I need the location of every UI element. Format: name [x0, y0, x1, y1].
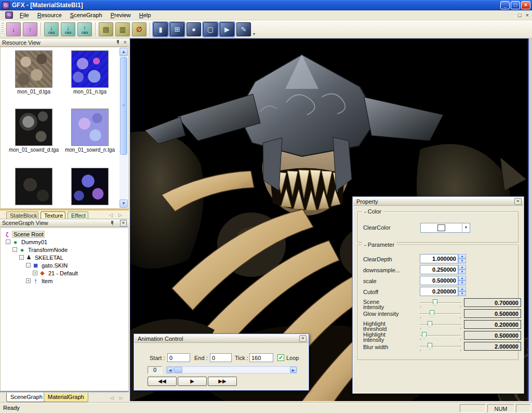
spin-down-icon[interactable]: ▼ — [458, 259, 466, 263]
tab-nav-right-icon[interactable]: ▷ — [119, 395, 123, 401]
tab-nav-right-icon[interactable]: ▷ — [118, 212, 122, 218]
scene-intensity-slider[interactable] — [420, 299, 461, 307]
menu-preview[interactable]: Preview — [107, 11, 135, 19]
timeline-scrollbar[interactable]: ◀ ▶ — [166, 366, 297, 374]
texture-item[interactable] — [63, 168, 117, 205]
spin-down-icon[interactable]: ▼ — [458, 281, 466, 285]
pin-icon[interactable] — [110, 220, 115, 226]
close-button[interactable]: × — [521, 1, 530, 9]
mdi-close-button[interactable]: × — [526, 12, 529, 18]
downsample-spinner[interactable]: 0.250000 ▲▼ — [420, 265, 466, 274]
cb3-save-button[interactable]: ↑CB3 — [77, 22, 92, 36]
resource-doc-list-button[interactable]: ▥ — [115, 22, 130, 36]
view-plane-button[interactable]: ▢ — [203, 22, 218, 36]
highlight-threshold-slider[interactable] — [420, 321, 461, 328]
collapse-icon[interactable]: - — [26, 263, 31, 268]
texture-item[interactable] — [7, 168, 61, 205]
view-stateblock-button[interactable]: ▮ — [153, 22, 168, 36]
loop-checkbox[interactable]: ✓ — [277, 354, 284, 361]
slider-thumb[interactable] — [422, 332, 427, 339]
view-pen-button[interactable]: ✎ — [236, 22, 251, 36]
cutoff-spinner[interactable]: 0.200000 ▲▼ — [420, 287, 466, 296]
tree-node-transformnode[interactable]: - ● TransformNode — [1, 246, 128, 254]
texture-item[interactable]: mon_01_sowrd_n.tga — [63, 109, 117, 153]
toolbar-overflow-button[interactable]: ▾ — [253, 32, 255, 38]
cleardepth-spinner[interactable]: 1.000000 ▲▼ — [420, 254, 466, 263]
property-close-button[interactable]: × — [514, 198, 522, 205]
minimize-button[interactable]: _ — [500, 1, 510, 9]
menu-file[interactable]: File — [16, 11, 33, 19]
texture-thumbnail[interactable] — [71, 168, 109, 205]
tab-scenegraph[interactable]: SceneGraph — [6, 393, 47, 402]
spin-up-icon[interactable]: ▲ — [458, 287, 466, 291]
texture-thumbnail[interactable] — [15, 168, 52, 205]
spin-up-icon[interactable]: ▲ — [458, 254, 466, 259]
end-input[interactable]: 0 — [210, 353, 232, 362]
slider-thumb[interactable] — [428, 343, 432, 350]
cb3-open-button[interactable]: ↓CB3 — [44, 22, 59, 36]
slider-thumb[interactable] — [428, 321, 432, 328]
resource-disable-button[interactable]: ∅ — [132, 22, 147, 36]
texture-thumbnail[interactable] — [15, 109, 52, 146]
expand-icon[interactable]: + — [26, 278, 31, 283]
collapse-icon[interactable]: - — [12, 247, 17, 252]
scroll-up-icon[interactable]: ▲ — [119, 48, 128, 56]
texture-item[interactable]: mon_01_n.tga — [63, 50, 117, 95]
scroll-left-icon[interactable]: ◀ — [167, 367, 174, 373]
play-button[interactable]: ▶ — [178, 377, 207, 386]
expand-icon[interactable]: + — [33, 271, 37, 275]
animation-close-button[interactable]: × — [299, 335, 307, 342]
export-resource-button[interactable]: ↑ — [23, 22, 37, 36]
chevron-down-icon[interactable]: ▼ — [462, 223, 470, 232]
view-play-button[interactable]: ▶ — [220, 22, 234, 36]
tab-nav-left-icon[interactable]: ◁ — [110, 395, 114, 401]
menu-help[interactable]: Help — [135, 11, 155, 19]
texture-item[interactable]: mon_01_sowrd_d.tga — [7, 109, 61, 153]
tree-node-skeletal[interactable]: - ♟ SKELETAL — [1, 254, 128, 261]
spin-up-icon[interactable]: ▲ — [458, 265, 466, 270]
import-resource-button[interactable]: ↓ — [6, 22, 21, 36]
cb3-merge-button[interactable]: ↓CB3 — [61, 22, 75, 36]
clearcolor-dropdown[interactable]: ▼ — [420, 223, 470, 233]
blur-width-slider[interactable] — [420, 343, 461, 350]
slider-thumb[interactable] — [433, 299, 437, 306]
menu-scenegraph[interactable]: SceneGraph — [66, 11, 107, 19]
scroll-right-icon[interactable]: ▶ — [290, 367, 297, 373]
spin-down-icon[interactable]: ▼ — [458, 291, 466, 296]
scale-spinner[interactable]: 0.500000 ▲▼ — [420, 276, 466, 285]
scrollbar-thumb[interactable] — [120, 57, 127, 155]
texture-thumbnail[interactable] — [71, 109, 109, 146]
viewport-scroll-strip[interactable] — [528, 38, 532, 401]
texture-thumbnail[interactable] — [71, 50, 109, 88]
collapse-icon[interactable]: - — [19, 255, 24, 260]
spin-up-icon[interactable]: ▲ — [458, 276, 466, 281]
spin-down-icon[interactable]: ▼ — [458, 270, 466, 274]
view-sphere-button[interactable]: ● — [187, 22, 201, 36]
menu-resource[interactable]: Resource — [33, 11, 66, 19]
rewind-button[interactable]: ◀◀ — [148, 377, 177, 386]
animation-title-bar[interactable]: Animation Control × — [135, 335, 308, 343]
tree-node-dummy01[interactable]: - ● Dummy01 — [1, 238, 128, 246]
tree-node-21-default[interactable]: + ◆ 21 - Default — [1, 269, 128, 277]
tab-nav-left-icon[interactable]: ◁ — [109, 212, 113, 218]
view-hierarchy-button[interactable]: ⊞ — [170, 22, 184, 36]
collapse-icon[interactable]: - — [6, 239, 10, 244]
highlight-intensity-slider[interactable] — [420, 332, 461, 339]
restore-button[interactable]: □ — [511, 1, 520, 9]
tree-node-scene-root[interactable]: ζ Scene Root — [1, 230, 128, 238]
resource-scrollbar[interactable]: ▲ ▼ — [119, 48, 128, 208]
start-input[interactable]: 0 — [167, 353, 190, 362]
resource-view-close-icon[interactable]: × — [124, 39, 127, 45]
slider-thumb[interactable] — [430, 310, 434, 317]
texture-item[interactable]: mon_01_d.tga — [7, 50, 61, 95]
pin-icon[interactable] — [116, 39, 121, 45]
mdi-restore-button[interactable]: □ — [518, 12, 522, 18]
texture-thumbnail[interactable] — [15, 50, 52, 88]
tab-materialgraph[interactable]: MaterialGraph — [44, 393, 88, 402]
scroll-down-icon[interactable]: ▼ — [119, 199, 128, 208]
glow-intensity-slider[interactable] — [420, 310, 461, 317]
scenegraph-view-close-button[interactable]: × — [120, 220, 127, 227]
tree-node-gato-skin[interactable]: - ◼ gato.SKIN — [1, 261, 128, 269]
fast-forward-button[interactable]: ▶▶ — [208, 377, 237, 386]
tick-input[interactable]: 160 — [249, 353, 273, 362]
